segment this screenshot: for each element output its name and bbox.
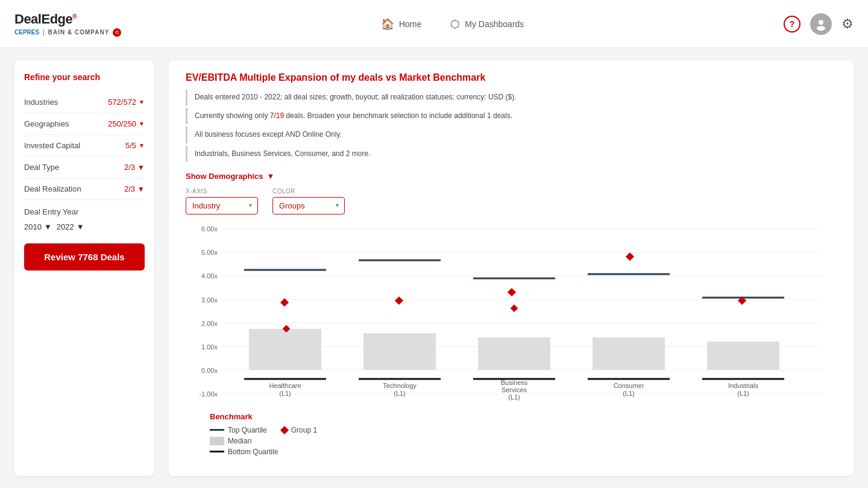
- color-select[interactable]: Groups Deal Type None: [272, 197, 345, 214]
- svg-rect-30: [508, 288, 516, 296]
- logo-subtitle: CEPRES | BAIN & COMPANY C: [14, 28, 121, 37]
- chevron-down-icon: ▼: [139, 99, 145, 105]
- deal-entry-year-section: Deal Entry Year 2010 ▼ 2022 ▼: [24, 200, 145, 231]
- chart-title: EV/EBITDA Multiple Expansion of my deals…: [186, 72, 837, 83]
- sidebar: Refine your search Industries 572/572 ▼ …: [14, 60, 154, 476]
- settings-icon[interactable]: ⚙: [841, 16, 854, 32]
- svg-text:(L1): (L1): [623, 390, 635, 397]
- xaxis-label: X-AXIS: [186, 188, 258, 195]
- svg-rect-35: [626, 252, 634, 261]
- logo[interactable]: DealEdge® CEPRES | BAIN & COMPANY C: [14, 11, 121, 37]
- chevron-down-icon: ▼: [44, 222, 52, 231]
- svg-point-1: [817, 26, 825, 31]
- svg-text:Business: Business: [501, 379, 528, 386]
- svg-rect-23: [363, 333, 436, 370]
- chevron-down-icon: ▼: [139, 142, 145, 149]
- svg-text:6.00x: 6.00x: [201, 225, 218, 233]
- svg-rect-31: [511, 304, 518, 312]
- svg-text:0.00x: 0.00x: [201, 367, 218, 374]
- filter-deal-type[interactable]: Deal Type 2/3 ▼: [24, 157, 145, 178]
- median-icon: [210, 437, 224, 445]
- svg-text:(L1): (L1): [279, 390, 291, 397]
- chart-svg: 6.00x 5.00x 4.00x 3.00x 2.00x 1.00x 0.00…: [186, 224, 837, 405]
- svg-rect-26: [395, 296, 403, 305]
- funnel-icon: ▼: [137, 163, 145, 172]
- home-icon: 🏠: [381, 17, 394, 31]
- filter-geographies[interactable]: Geographies 250/250 ▼: [24, 113, 145, 135]
- info-line-2: Currently showing only 7/19 deals. Broad…: [186, 108, 837, 124]
- year-range: 2010 ▼ 2022 ▼: [24, 222, 145, 231]
- legend-group1: Group 1: [281, 426, 317, 434]
- svg-text:4.00x: 4.00x: [201, 272, 218, 280]
- filter-deal-realization[interactable]: Deal Realization 2/3 ▼: [24, 178, 145, 200]
- svg-text:Consumer: Consumer: [614, 382, 644, 389]
- svg-text:(L1): (L1): [394, 390, 406, 397]
- info-line-1: Deals entered 2010 - 2022; all deal size…: [186, 89, 837, 105]
- top-quartile-icon: [210, 429, 224, 431]
- show-demographics-button[interactable]: Show Demographics ▼: [186, 172, 274, 181]
- year-from-select[interactable]: 2010 ▼: [24, 222, 52, 231]
- svg-text:Services: Services: [502, 386, 527, 393]
- chart-legend: Benchmark Top Quartile Group 1 Median: [186, 412, 837, 456]
- chevron-down-icon: ▼: [267, 172, 275, 181]
- legend-top-quartile: Top Quartile: [210, 426, 267, 434]
- svg-text:1.00x: 1.00x: [201, 343, 218, 351]
- chevron-down-icon: ▼: [77, 222, 84, 231]
- legend-bottom-quartile: Bottom Quartile: [210, 448, 278, 456]
- highlight-deals: 7/19: [270, 111, 284, 120]
- svg-rect-36: [707, 342, 779, 370]
- legend-row-3: Bottom Quartile: [210, 448, 837, 456]
- svg-text:Healthcare: Healthcare: [269, 382, 301, 389]
- main-content: Refine your search Industries 572/572 ▼ …: [0, 48, 868, 488]
- filter-invested-capital[interactable]: Invested Capital 5/5 ▼: [24, 135, 145, 157]
- svg-text:3.00x: 3.00x: [201, 296, 218, 304]
- svg-text:Industrials: Industrials: [728, 382, 759, 389]
- header: DealEdge® CEPRES | BAIN & COMPANY C 🏠 Ho…: [0, 0, 868, 48]
- legend-title: Benchmark: [210, 412, 837, 421]
- svg-text:-1.00x: -1.00x: [199, 390, 218, 398]
- group1-icon: [280, 426, 289, 434]
- deal-entry-year-label: Deal Entry Year: [24, 207, 145, 216]
- funnel-icon: ▼: [137, 185, 145, 193]
- svg-text:5.00x: 5.00x: [201, 249, 218, 256]
- chart-section: EV/EBITDA Multiple Expansion of my deals…: [169, 60, 854, 476]
- color-select-wrapper: Groups Deal Type None: [272, 197, 345, 214]
- svg-text:(L1): (L1): [737, 390, 749, 397]
- legend-row-2: Median: [210, 437, 837, 445]
- nav-dashboards[interactable]: ⬡ My Dashboards: [450, 17, 524, 31]
- color-control: Color Groups Deal Type None: [272, 188, 345, 214]
- color-label: Color: [272, 188, 345, 195]
- chart-controls: X-AXIS Industry Geography Deal Type Year…: [186, 188, 837, 214]
- legend-row-1: Top Quartile Group 1: [210, 426, 837, 434]
- legend-median: Median: [210, 437, 251, 445]
- xaxis-control: X-AXIS Industry Geography Deal Type Year: [186, 188, 258, 214]
- svg-text:2.00x: 2.00x: [201, 320, 218, 327]
- main-nav: 🏠 Home ⬡ My Dashboards: [381, 17, 524, 31]
- review-deals-button[interactable]: Review 7768 Deals: [24, 243, 145, 271]
- svg-rect-32: [593, 337, 665, 370]
- header-right: ? ⚙: [784, 13, 854, 35]
- dashboards-icon: ⬡: [450, 17, 460, 31]
- xaxis-select[interactable]: Industry Geography Deal Type Year: [186, 197, 258, 214]
- sidebar-title: Refine your search: [24, 72, 145, 82]
- logo-title: DealEdge®: [14, 11, 121, 27]
- svg-point-0: [819, 20, 823, 25]
- chevron-down-icon: ▼: [139, 120, 145, 127]
- year-to-select[interactable]: 2022 ▼: [57, 222, 84, 231]
- filter-industries[interactable]: Industries 572/572 ▼: [24, 92, 145, 113]
- bottom-quartile-icon: [210, 451, 224, 452]
- svg-text:Technology: Technology: [383, 382, 417, 389]
- help-button[interactable]: ?: [784, 16, 800, 33]
- chart-visualization: 6.00x 5.00x 4.00x 3.00x 2.00x 1.00x 0.00…: [186, 224, 837, 405]
- svg-rect-18: [249, 329, 321, 370]
- svg-text:(L1): (L1): [508, 393, 520, 401]
- nav-home[interactable]: 🏠 Home: [381, 17, 421, 31]
- xaxis-select-wrapper: Industry Geography Deal Type Year: [186, 197, 258, 214]
- avatar[interactable]: [810, 13, 832, 35]
- info-line-3: All business focuses except AND Online O…: [186, 127, 837, 143]
- svg-rect-27: [478, 337, 550, 370]
- info-line-4: Industrials, Business Services, Consumer…: [186, 146, 837, 162]
